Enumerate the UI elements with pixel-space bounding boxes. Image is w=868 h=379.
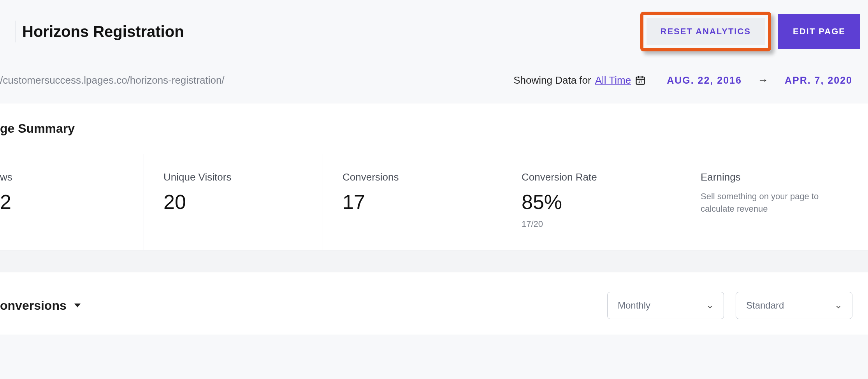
reset-analytics-button[interactable]: RESET ANALYTICS: [647, 18, 765, 45]
page-title: Horizons Registration: [22, 23, 184, 40]
date-range-link[interactable]: All Time: [595, 74, 631, 86]
summary-section: ge Summary: [0, 104, 868, 154]
metric-card-conversion-rate: Conversion Rate 85% 17/20: [502, 154, 681, 250]
date-group: Showing Data for All Time 17 AUG. 22, 20…: [513, 74, 852, 86]
header-bar: Horizons Registration RESET ANALYTICS ED…: [0, 0, 868, 63]
calendar-icon[interactable]: 17: [635, 75, 646, 86]
chevron-down-icon: [835, 302, 842, 309]
mode-select[interactable]: Standard: [736, 292, 852, 319]
metric-card-unique-visitors: Unique Visitors 20: [144, 154, 323, 250]
chevron-down-icon: [706, 302, 713, 309]
showing-data-label: Showing Data for All Time 17: [513, 74, 646, 86]
title-wrap: Horizons Registration: [16, 21, 184, 42]
edit-page-button[interactable]: EDIT PAGE: [778, 14, 860, 49]
metric-label: Unique Visitors: [163, 171, 303, 183]
section-divider: [0, 251, 868, 272]
select-group: Monthly Standard: [607, 292, 852, 319]
svg-text:17: 17: [638, 80, 642, 84]
metrics-row: ws 2 Unique Visitors 20 Conversions 17 C…: [0, 154, 868, 251]
chart-metric-dropdown[interactable]: onversions: [0, 298, 81, 313]
chart-title: onversions: [0, 298, 67, 313]
metric-desc: Sell something on your page to calculate…: [701, 190, 849, 215]
summary-heading: ge Summary: [0, 121, 868, 154]
interval-selected-label: Monthly: [618, 300, 650, 311]
interval-select[interactable]: Monthly: [607, 292, 724, 319]
metric-card-conversions: Conversions 17: [323, 154, 502, 250]
metric-sub: 17/20: [522, 219, 661, 229]
metric-label: Conversion Rate: [522, 171, 661, 183]
date-end[interactable]: APR. 7, 2020: [785, 75, 852, 86]
metric-label: Earnings: [701, 171, 849, 183]
showing-prefix: Showing Data for: [513, 74, 591, 86]
metric-value: 17: [343, 190, 482, 214]
chart-controls-bar: onversions Monthly Standard: [0, 272, 868, 335]
mode-selected-label: Standard: [746, 300, 784, 311]
subheader-bar: /customersuccess.lpages.co/horizons-regi…: [0, 63, 868, 104]
date-range-display: AUG. 22, 2016 → APR. 7, 2020: [667, 74, 852, 86]
metric-value: 85%: [522, 190, 661, 214]
metric-label: Conversions: [343, 171, 482, 183]
metric-card-earnings: Earnings Sell something on your page to …: [681, 154, 868, 250]
metric-value: 20: [163, 190, 303, 214]
metric-card-views: ws 2: [0, 154, 144, 250]
date-start[interactable]: AUG. 22, 2016: [667, 75, 742, 86]
metric-value: 2: [0, 190, 124, 214]
arrow-right-icon: →: [757, 74, 769, 86]
title-divider: [16, 21, 16, 42]
chevron-down-icon: [74, 304, 81, 307]
highlight-annotation: RESET ANALYTICS: [640, 12, 771, 51]
metric-label: ws: [0, 171, 124, 183]
header-actions: RESET ANALYTICS EDIT PAGE: [640, 12, 868, 51]
page-url: /customersuccess.lpages.co/horizons-regi…: [0, 74, 225, 86]
